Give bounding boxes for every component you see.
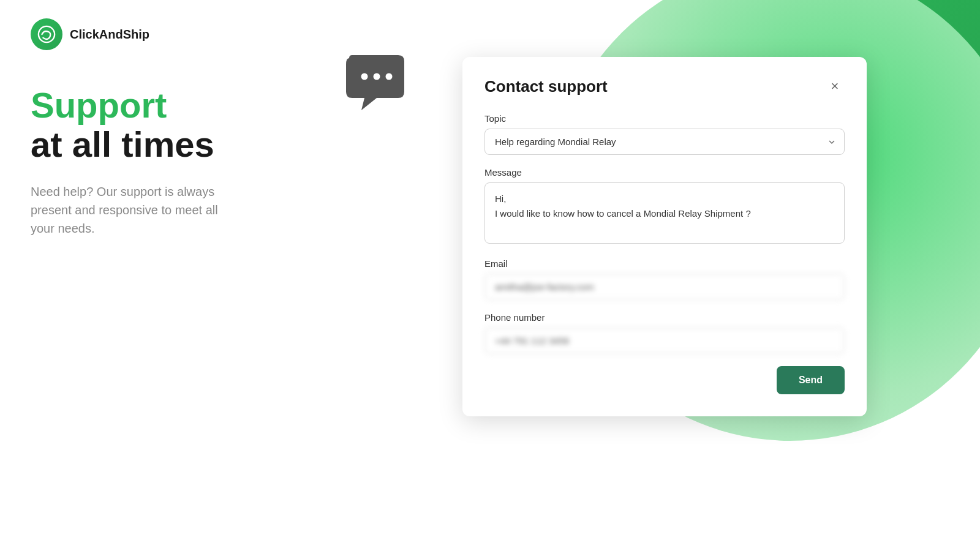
message-textarea[interactable]: Hi, I would like to know how to cancel a… (484, 182, 845, 244)
topic-group: Topic Help regarding Mondial Relay Billi… (484, 113, 845, 155)
chat-bubble-icon (343, 52, 410, 116)
contact-support-modal: Contact support × Topic Help regarding M… (462, 57, 867, 416)
headline: Support at all times (31, 86, 245, 164)
send-button[interactable]: Send (777, 366, 845, 394)
email-group: Email (484, 258, 845, 300)
email-input[interactable] (484, 274, 845, 300)
message-label: Message (484, 167, 845, 178)
phone-group: Phone number (484, 312, 845, 354)
hero-content: Support at all times Need help? Our supp… (31, 86, 245, 238)
logo-icon (31, 18, 62, 50)
close-button[interactable]: × (825, 77, 845, 96)
header: ClickAndShip (31, 18, 149, 50)
email-label: Email (484, 258, 845, 269)
headline-green: Support (31, 86, 245, 125)
phone-label: Phone number (484, 312, 845, 323)
modal-title: Contact support (484, 77, 608, 96)
modal-footer: Send (484, 366, 845, 394)
svg-point-3 (386, 73, 393, 80)
message-group: Message Hi, I would like to know how to … (484, 167, 845, 246)
svg-point-1 (361, 73, 368, 80)
phone-input[interactable] (484, 328, 845, 354)
topic-label: Topic (484, 113, 845, 124)
brand-name: ClickAndShip (70, 28, 149, 42)
svg-point-2 (374, 73, 380, 80)
modal-header: Contact support × (484, 77, 845, 96)
headline-dark: at all times (31, 125, 245, 164)
topic-select[interactable]: Help regarding Mondial Relay Billing iss… (484, 129, 845, 155)
hero-subtext: Need help? Our support is always present… (31, 182, 245, 238)
